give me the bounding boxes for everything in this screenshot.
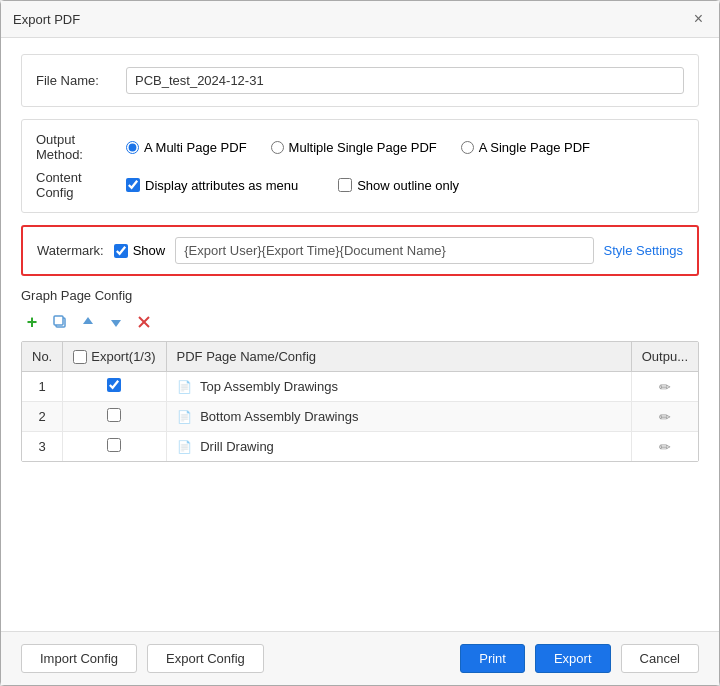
style-settings-link[interactable]: Style Settings [604, 243, 684, 258]
graph-table: No. Export(1/3) PDF Page Name/Config [22, 342, 698, 461]
file-name-row: File Name: [36, 67, 684, 94]
row-1-output: ✏ [631, 372, 698, 402]
display-attrs-checkbox[interactable]: Display attributes as menu [126, 178, 298, 193]
watermark-label: Watermark: [37, 243, 104, 258]
pdf-icon-3: 📄 [177, 440, 192, 454]
svg-marker-2 [83, 317, 93, 324]
col-header-export: Export(1/3) [63, 342, 166, 372]
export-pdf-dialog: Export PDF × File Name: Output Method: A… [0, 0, 720, 686]
watermark-show-checkbox[interactable]: Show [114, 243, 166, 258]
row-1-export [63, 372, 166, 402]
svg-rect-1 [54, 316, 63, 325]
svg-marker-3 [111, 320, 121, 327]
display-attrs-input[interactable] [126, 178, 140, 192]
radio-single-page-label: A Single Page PDF [479, 140, 590, 155]
row-1-pdf-name: 📄 Top Assembly Drawings [166, 372, 631, 402]
radio-multiple-single-label: Multiple Single Page PDF [289, 140, 437, 155]
radio-single-page[interactable]: A Single Page PDF [461, 140, 590, 155]
edit-icon-1[interactable]: ✏ [659, 379, 671, 395]
dialog-title: Export PDF [13, 12, 80, 27]
row-3-export-checkbox[interactable] [107, 438, 121, 452]
radio-multi-page-label: A Multi Page PDF [144, 140, 247, 155]
graph-page-config-title: Graph Page Config [21, 288, 699, 303]
add-button[interactable]: + [21, 311, 43, 333]
graph-toolbar: + [21, 311, 699, 333]
table-row: 1 📄 Top Assembly Drawings ✏ [22, 372, 698, 402]
output-content-section: Output Method: A Multi Page PDF Multiple… [21, 119, 699, 213]
pdf-icon-1: 📄 [177, 380, 192, 394]
radio-multiple-single[interactable]: Multiple Single Page PDF [271, 140, 437, 155]
copy-button[interactable] [49, 311, 71, 333]
row-2-export [63, 402, 166, 432]
delete-button[interactable] [133, 311, 155, 333]
radio-multiple-single-input[interactable] [271, 141, 284, 154]
dialog-footer: Import Config Export Config Print Export… [1, 631, 719, 685]
content-config-label: Content Config [36, 170, 116, 200]
watermark-show-label: Show [133, 243, 166, 258]
output-method-radio-group: A Multi Page PDF Multiple Single Page PD… [126, 140, 684, 155]
file-name-label: File Name: [36, 73, 116, 88]
delete-icon [136, 314, 152, 330]
row-1-export-checkbox[interactable] [107, 378, 121, 392]
footer-left: Import Config Export Config [21, 644, 264, 673]
export-all-checkbox[interactable] [73, 350, 87, 364]
copy-icon [52, 314, 68, 330]
close-button[interactable]: × [690, 9, 707, 29]
col-header-no: No. [22, 342, 63, 372]
table-header-row: No. Export(1/3) PDF Page Name/Config [22, 342, 698, 372]
col-header-pdf-name: PDF Page Name/Config [166, 342, 631, 372]
watermark-show-input[interactable] [114, 244, 128, 258]
titlebar: Export PDF × [1, 1, 719, 38]
move-up-button[interactable] [77, 311, 99, 333]
row-2-output: ✏ [631, 402, 698, 432]
file-name-section: File Name: [21, 54, 699, 107]
export-button[interactable]: Export [535, 644, 611, 673]
pdf-icon-2: 📄 [177, 410, 192, 424]
cancel-button[interactable]: Cancel [621, 644, 699, 673]
move-down-button[interactable] [105, 311, 127, 333]
print-button[interactable]: Print [460, 644, 525, 673]
output-method-label: Output Method: [36, 132, 116, 162]
move-up-icon [80, 314, 96, 330]
radio-single-page-input[interactable] [461, 141, 474, 154]
show-outline-input[interactable] [338, 178, 352, 192]
col-header-output: Outpu... [631, 342, 698, 372]
import-config-button[interactable]: Import Config [21, 644, 137, 673]
move-down-icon [108, 314, 124, 330]
display-attrs-label: Display attributes as menu [145, 178, 298, 193]
output-method-row: Output Method: A Multi Page PDF Multiple… [36, 132, 684, 162]
show-outline-checkbox[interactable]: Show outline only [338, 178, 459, 193]
row-3-output: ✏ [631, 432, 698, 462]
row-3-no: 3 [22, 432, 63, 462]
row-2-pdf-name: 📄 Bottom Assembly Drawings [166, 402, 631, 432]
table-row: 2 📄 Bottom Assembly Drawings ✏ [22, 402, 698, 432]
radio-multi-page[interactable]: A Multi Page PDF [126, 140, 247, 155]
graph-table-wrapper: No. Export(1/3) PDF Page Name/Config [21, 341, 699, 462]
footer-right: Print Export Cancel [460, 644, 699, 673]
radio-multi-page-input[interactable] [126, 141, 139, 154]
show-outline-label: Show outline only [357, 178, 459, 193]
watermark-text-input[interactable] [175, 237, 593, 264]
row-2-export-checkbox[interactable] [107, 408, 121, 422]
graph-page-config-section: Graph Page Config + [21, 288, 699, 615]
export-config-button[interactable]: Export Config [147, 644, 264, 673]
content-config-row: Content Config Display attributes as men… [36, 170, 684, 200]
dialog-content: File Name: Output Method: A Multi Page P… [1, 38, 719, 631]
table-row: 3 📄 Drill Drawing ✏ [22, 432, 698, 462]
edit-icon-2[interactable]: ✏ [659, 409, 671, 425]
file-name-input[interactable] [126, 67, 684, 94]
edit-icon-3[interactable]: ✏ [659, 439, 671, 455]
row-3-export [63, 432, 166, 462]
row-1-no: 1 [22, 372, 63, 402]
graph-table-body: 1 📄 Top Assembly Drawings ✏ [22, 372, 698, 462]
row-3-pdf-name: 📄 Drill Drawing [166, 432, 631, 462]
watermark-section: Watermark: Show Style Settings [21, 225, 699, 276]
row-2-no: 2 [22, 402, 63, 432]
